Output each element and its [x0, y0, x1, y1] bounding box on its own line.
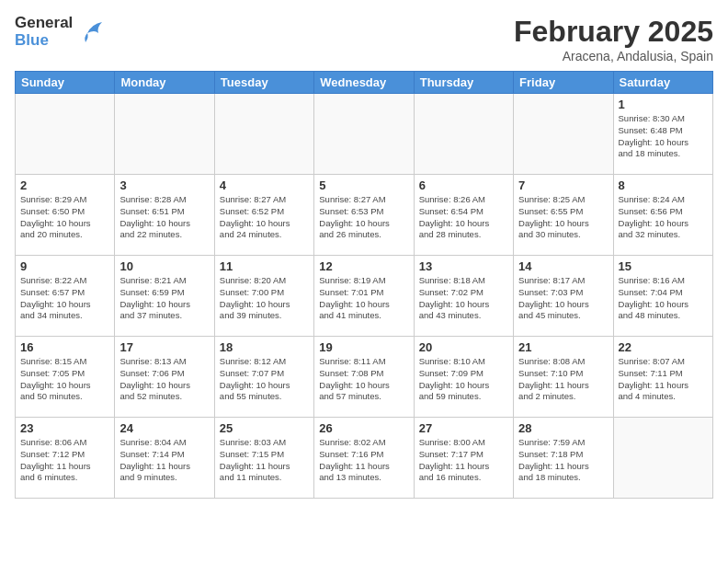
month-title: February 2025: [514, 15, 713, 49]
col-monday: Monday: [115, 72, 214, 94]
day-info: Sunrise: 8:25 AM Sunset: 6:55 PM Dayligh…: [518, 194, 608, 241]
col-sunday: Sunday: [16, 72, 115, 94]
day-number: 17: [119, 340, 209, 354]
table-row: [16, 94, 115, 175]
calendar-week-row: 9Sunrise: 8:22 AM Sunset: 6:57 PM Daylig…: [16, 256, 713, 337]
col-thursday: Thursday: [414, 72, 513, 94]
table-row: 25Sunrise: 8:03 AM Sunset: 7:15 PM Dayli…: [214, 418, 313, 499]
table-row: [214, 94, 313, 175]
day-info: Sunrise: 8:27 AM Sunset: 6:52 PM Dayligh…: [220, 194, 309, 241]
table-row: 23Sunrise: 8:06 AM Sunset: 7:12 PM Dayli…: [16, 418, 115, 499]
table-row: 18Sunrise: 8:12 AM Sunset: 7:07 PM Dayli…: [214, 337, 313, 418]
table-row: 14Sunrise: 8:17 AM Sunset: 7:03 PM Dayli…: [514, 256, 613, 337]
day-number: 14: [518, 259, 608, 273]
day-number: 12: [319, 259, 408, 273]
day-number: 21: [518, 340, 608, 354]
calendar-table: Sunday Monday Tuesday Wednesday Thursday…: [15, 71, 713, 499]
day-number: 8: [619, 178, 708, 192]
table-row: [115, 94, 214, 175]
day-number: 13: [419, 259, 508, 273]
day-info: Sunrise: 8:24 AM Sunset: 6:56 PM Dayligh…: [619, 194, 708, 241]
day-info: Sunrise: 8:04 AM Sunset: 7:14 PM Dayligh…: [119, 437, 209, 484]
day-number: 5: [319, 178, 408, 192]
day-number: 15: [619, 259, 708, 273]
day-number: 19: [319, 340, 408, 354]
day-number: 6: [419, 178, 508, 192]
day-info: Sunrise: 8:16 AM Sunset: 7:04 PM Dayligh…: [619, 275, 708, 322]
table-row: 24Sunrise: 8:04 AM Sunset: 7:14 PM Dayli…: [115, 418, 214, 499]
logo-blue: Blue: [15, 32, 73, 50]
day-number: 1: [619, 98, 708, 111]
day-info: Sunrise: 8:21 AM Sunset: 6:59 PM Dayligh…: [119, 275, 209, 322]
calendar-header-row: Sunday Monday Tuesday Wednesday Thursday…: [16, 72, 713, 94]
table-row: [514, 94, 613, 175]
table-row: 27Sunrise: 8:00 AM Sunset: 7:17 PM Dayli…: [414, 418, 513, 499]
table-row: 15Sunrise: 8:16 AM Sunset: 7:04 PM Dayli…: [613, 256, 712, 337]
day-info: Sunrise: 8:28 AM Sunset: 6:51 PM Dayligh…: [119, 194, 209, 241]
day-number: 16: [20, 340, 109, 354]
table-row: 28Sunrise: 7:59 AM Sunset: 7:18 PM Dayli…: [514, 418, 613, 499]
col-saturday: Saturday: [613, 72, 712, 94]
day-info: Sunrise: 8:03 AM Sunset: 7:15 PM Dayligh…: [220, 437, 309, 484]
table-row: 13Sunrise: 8:18 AM Sunset: 7:02 PM Dayli…: [414, 256, 513, 337]
logo: General Blue: [15, 15, 106, 49]
day-info: Sunrise: 8:08 AM Sunset: 7:10 PM Dayligh…: [518, 356, 608, 403]
header: General Blue February 2025 Aracena, Anda…: [15, 15, 713, 63]
table-row: [613, 418, 712, 499]
table-row: 9Sunrise: 8:22 AM Sunset: 6:57 PM Daylig…: [16, 256, 115, 337]
day-info: Sunrise: 8:17 AM Sunset: 7:03 PM Dayligh…: [518, 275, 608, 322]
day-number: 23: [20, 421, 109, 435]
calendar-week-row: 1Sunrise: 8:30 AM Sunset: 6:48 PM Daylig…: [16, 94, 713, 175]
day-number: 11: [220, 259, 309, 273]
day-info: Sunrise: 8:13 AM Sunset: 7:06 PM Dayligh…: [119, 356, 209, 403]
day-info: Sunrise: 8:07 AM Sunset: 7:11 PM Dayligh…: [619, 356, 708, 403]
day-info: Sunrise: 8:15 AM Sunset: 7:05 PM Dayligh…: [20, 356, 109, 403]
table-row: 19Sunrise: 8:11 AM Sunset: 7:08 PM Dayli…: [314, 337, 414, 418]
day-info: Sunrise: 8:29 AM Sunset: 6:50 PM Dayligh…: [20, 194, 109, 241]
day-number: 7: [518, 178, 608, 192]
table-row: 11Sunrise: 8:20 AM Sunset: 7:00 PM Dayli…: [214, 256, 313, 337]
day-info: Sunrise: 8:26 AM Sunset: 6:54 PM Dayligh…: [419, 194, 508, 241]
calendar-week-row: 2Sunrise: 8:29 AM Sunset: 6:50 PM Daylig…: [16, 175, 713, 256]
table-row: 7Sunrise: 8:25 AM Sunset: 6:55 PM Daylig…: [514, 175, 613, 256]
day-number: 28: [518, 421, 608, 435]
day-info: Sunrise: 8:00 AM Sunset: 7:17 PM Dayligh…: [419, 437, 508, 484]
day-info: Sunrise: 8:06 AM Sunset: 7:12 PM Dayligh…: [20, 437, 109, 484]
day-info: Sunrise: 8:27 AM Sunset: 6:53 PM Dayligh…: [319, 194, 408, 241]
day-info: Sunrise: 8:10 AM Sunset: 7:09 PM Dayligh…: [419, 356, 508, 403]
day-number: 9: [20, 259, 109, 273]
day-number: 4: [220, 178, 309, 192]
table-row: 8Sunrise: 8:24 AM Sunset: 6:56 PM Daylig…: [613, 175, 712, 256]
table-row: [414, 94, 513, 175]
location-subtitle: Aracena, Andalusia, Spain: [514, 49, 713, 63]
day-info: Sunrise: 8:30 AM Sunset: 6:48 PM Dayligh…: [619, 113, 708, 160]
table-row: 5Sunrise: 8:27 AM Sunset: 6:53 PM Daylig…: [314, 175, 414, 256]
table-row: 2Sunrise: 8:29 AM Sunset: 6:50 PM Daylig…: [16, 175, 115, 256]
table-row: [314, 94, 414, 175]
day-number: 24: [119, 421, 209, 435]
day-number: 27: [419, 421, 508, 435]
table-row: 16Sunrise: 8:15 AM Sunset: 7:05 PM Dayli…: [16, 337, 115, 418]
table-row: 1Sunrise: 8:30 AM Sunset: 6:48 PM Daylig…: [613, 94, 712, 175]
page-container: General Blue February 2025 Aracena, Anda…: [0, 0, 728, 563]
day-number: 2: [20, 178, 109, 192]
day-info: Sunrise: 8:20 AM Sunset: 7:00 PM Dayligh…: [220, 275, 309, 322]
logo-general: General: [15, 15, 73, 32]
day-info: Sunrise: 8:19 AM Sunset: 7:01 PM Dayligh…: [319, 275, 408, 322]
title-area: February 2025 Aracena, Andalusia, Spain: [514, 15, 713, 63]
day-number: 20: [419, 340, 508, 354]
day-info: Sunrise: 7:59 AM Sunset: 7:18 PM Dayligh…: [518, 437, 608, 484]
table-row: 22Sunrise: 8:07 AM Sunset: 7:11 PM Dayli…: [613, 337, 712, 418]
day-info: Sunrise: 8:12 AM Sunset: 7:07 PM Dayligh…: [220, 356, 309, 403]
day-number: 25: [220, 421, 309, 435]
table-row: 21Sunrise: 8:08 AM Sunset: 7:10 PM Dayli…: [514, 337, 613, 418]
table-row: 20Sunrise: 8:10 AM Sunset: 7:09 PM Dayli…: [414, 337, 513, 418]
day-number: 26: [319, 421, 408, 435]
day-info: Sunrise: 8:02 AM Sunset: 7:16 PM Dayligh…: [319, 437, 408, 484]
table-row: 12Sunrise: 8:19 AM Sunset: 7:01 PM Dayli…: [314, 256, 414, 337]
table-row: 4Sunrise: 8:27 AM Sunset: 6:52 PM Daylig…: [214, 175, 313, 256]
calendar-week-row: 23Sunrise: 8:06 AM Sunset: 7:12 PM Dayli…: [16, 418, 713, 499]
col-friday: Friday: [514, 72, 613, 94]
day-number: 10: [119, 259, 209, 273]
day-info: Sunrise: 8:18 AM Sunset: 7:02 PM Dayligh…: [419, 275, 508, 322]
